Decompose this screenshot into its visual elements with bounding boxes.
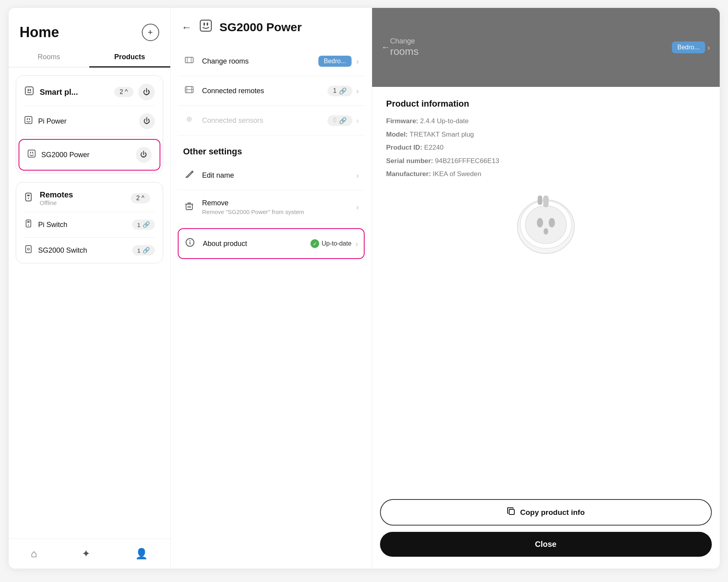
pi-switch-icon — [24, 219, 33, 230]
svg-rect-7 — [30, 152, 31, 154]
smart-plugs-title: Smart pl... — [40, 88, 114, 97]
remotes-group-icon — [24, 192, 34, 205]
svg-rect-2 — [30, 89, 31, 91]
profile-icon: 👤 — [135, 548, 148, 559]
svg-rect-10 — [27, 195, 30, 196]
svg-point-14 — [28, 225, 29, 226]
sg2000-switch-item[interactable]: SG2000 Switch 1 🔗 — [16, 238, 163, 263]
right-actions: Copy product info Close — [372, 499, 720, 569]
sg2000-switch-link-badge: 1 🔗 — [132, 245, 154, 255]
connected-remotes-label: Connected remotes — [202, 87, 327, 95]
chevron-icon: › — [356, 239, 358, 248]
profile-nav-button[interactable]: 👤 — [128, 546, 155, 561]
svg-point-40 — [544, 228, 548, 235]
connected-sensors-badge: 0 🔗 — [327, 115, 352, 126]
power-icon: ⏻ — [140, 151, 147, 159]
back-button[interactable]: ← — [182, 21, 192, 34]
svg-point-37 — [525, 206, 566, 244]
connected-sensors-row[interactable]: Connected sensors 0 🔗 › — [178, 106, 365, 135]
remotes-group: Remotes Offline 2 ^ Pi Switc — [16, 182, 163, 263]
svg-rect-4 — [27, 118, 28, 120]
connected-remotes-content: Connected remotes — [202, 87, 327, 95]
svg-point-34 — [189, 240, 190, 241]
serial-number-row: Serial number: 94B216FFFEC66E13 — [386, 156, 705, 166]
svg-rect-0 — [25, 87, 33, 95]
smart-plugs-power-button[interactable]: ⏻ — [138, 84, 155, 100]
bottom-nav: ⌂ ✦ 👤 — [9, 539, 170, 569]
middle-panel: ← SG2000 Power — [171, 8, 372, 569]
connected-remotes-badge: 1 🔗 — [327, 86, 352, 96]
about-product-label: About product — [203, 240, 311, 248]
manufacturer-value: IKEA of Sweden — [433, 170, 482, 178]
remotes-title: Remotes — [40, 190, 131, 199]
remotes-subtitle: Offline — [40, 199, 131, 206]
connected-sensors-icon — [183, 115, 195, 126]
svg-rect-13 — [27, 221, 30, 223]
change-rooms-icon — [183, 55, 195, 67]
remotes-count: 2 ^ — [131, 193, 150, 203]
chevron-icon: › — [356, 116, 359, 125]
left-header: Home + — [9, 8, 170, 47]
edit-name-row[interactable]: Edit name › — [178, 161, 365, 190]
model-label: Model: — [386, 131, 410, 138]
pi-power-button[interactable]: ⏻ — [139, 113, 155, 129]
middle-header: ← SG2000 Power — [171, 8, 372, 43]
link-icon: 🔗 — [143, 247, 150, 254]
remove-icon — [183, 201, 195, 213]
chevron-icon: › — [356, 57, 359, 66]
firmware-value: 2.4.4 Up-to-date — [420, 117, 468, 125]
edit-name-content: Edit name — [202, 171, 356, 180]
link-icon: 🔗 — [339, 87, 347, 95]
close-button[interactable]: Close — [380, 532, 712, 557]
tabs-row: Rooms Products — [9, 47, 170, 68]
serial-number-label: Serial number: — [386, 157, 435, 165]
chevron-icon: › — [356, 203, 359, 212]
sg2000-power-name: SG2000 Power — [41, 151, 136, 159]
sg2000-switch-name: SG2000 Switch — [38, 246, 133, 255]
overlay: ← Change rooms Bedro... › — [372, 8, 720, 87]
edit-name-icon — [183, 169, 195, 181]
link-icon: 🔗 — [339, 117, 347, 124]
copy-product-info-button[interactable]: Copy product info — [380, 499, 712, 526]
about-product-row[interactable]: About product ✓ Up-to-date › — [179, 229, 364, 258]
svg-point-26 — [188, 118, 190, 120]
change-rooms-row[interactable]: Change rooms Bedro... › — [178, 47, 365, 76]
svg-rect-3 — [25, 116, 32, 124]
home-nav-button[interactable]: ⌂ — [24, 546, 44, 561]
product-id-label: Product ID: — [386, 144, 424, 151]
change-rooms-right: Bedro... › — [318, 56, 359, 67]
right-panel: ← Change rooms Bedro... › Product inform… — [372, 8, 720, 569]
ai-icon: ✦ — [82, 548, 90, 559]
app-title: Home — [20, 24, 59, 41]
tab-products[interactable]: Products — [89, 47, 170, 67]
sg2000-power-item[interactable]: SG2000 Power ⏻ — [19, 139, 160, 171]
about-product-highlighted: About product ✓ Up-to-date › — [178, 228, 365, 259]
overlay-room-chip: Bedro... — [672, 41, 705, 53]
svg-rect-15 — [26, 246, 31, 253]
svg-rect-6 — [28, 150, 35, 157]
power-icon: ⏻ — [143, 88, 150, 96]
back-arrow-icon: ← — [182, 21, 192, 33]
pi-power-icon — [24, 116, 33, 127]
divider — [24, 136, 155, 137]
add-button[interactable]: + — [142, 24, 159, 41]
overlay-room-name: Bedro... › — [672, 41, 710, 53]
about-product-content: About product — [203, 240, 311, 248]
app-container: Home + Rooms Products — [9, 8, 720, 569]
connected-sensors-label: Connected sensors — [202, 116, 327, 125]
connected-remotes-count: 1 — [333, 87, 337, 94]
plug-image-area — [386, 187, 705, 258]
svg-rect-1 — [28, 89, 29, 91]
tab-rooms[interactable]: Rooms — [9, 47, 90, 67]
connected-remotes-row[interactable]: Connected remotes 1 🔗 › — [178, 76, 365, 106]
serial-number-value: 94B216FFFEC66E13 — [435, 157, 499, 165]
top-image-area: ← Change rooms Bedro... › — [372, 8, 720, 87]
product-id-row: Product ID: E2240 — [386, 143, 705, 153]
pi-power-item[interactable]: Pi Power ⏻ — [16, 106, 163, 136]
firmware-row: Firmware: 2.4.4 Up-to-date — [386, 116, 705, 126]
overlay-rooms-label: rooms — [390, 45, 419, 58]
ai-nav-button[interactable]: ✦ — [75, 546, 98, 561]
pi-switch-item[interactable]: Pi Switch 1 🔗 — [16, 212, 163, 237]
sg2000-power-button[interactable]: ⏻ — [136, 147, 152, 163]
remove-row[interactable]: Remove Remove "SG2000 Power" from system… — [178, 190, 365, 224]
